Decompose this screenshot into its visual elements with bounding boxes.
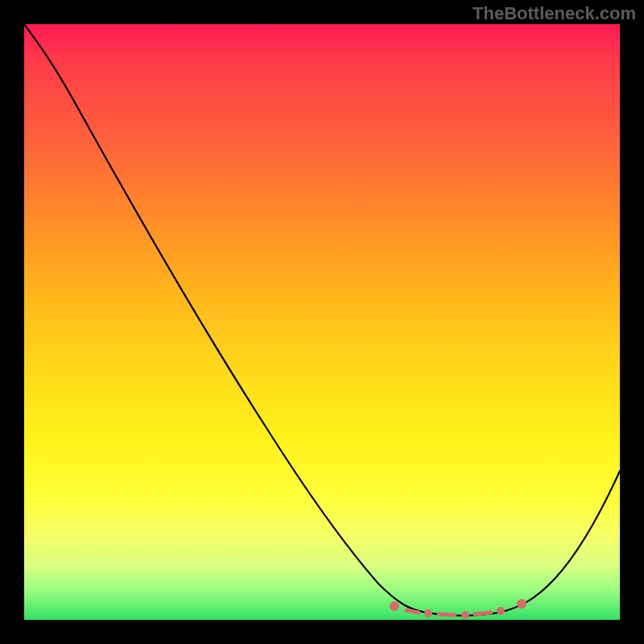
chart-container: TheBottleneck.com (0, 0, 644, 644)
svg-line-1 (407, 610, 419, 613)
svg-point-4 (461, 611, 469, 619)
svg-point-2 (424, 609, 432, 617)
svg-line-5 (475, 613, 491, 614)
bottleneck-curve (24, 24, 620, 616)
svg-point-7 (517, 599, 526, 609)
curve-layer (24, 24, 620, 620)
svg-point-0 (390, 601, 399, 611)
svg-line-3 (439, 614, 455, 615)
attribution-text: TheBottleneck.com (473, 3, 636, 24)
svg-point-6 (497, 607, 505, 615)
plot-area (24, 24, 620, 620)
